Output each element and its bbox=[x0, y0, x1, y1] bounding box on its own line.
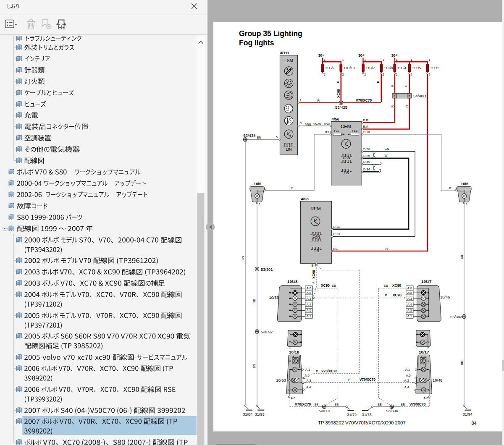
svg-text:W: W bbox=[384, 154, 388, 157]
svg-text:P: P bbox=[316, 369, 318, 373]
svg-text:SB: SB bbox=[332, 284, 336, 288]
svg-text:Fog lights: Fog lights bbox=[239, 39, 274, 47]
svg-text:10/6: 10/6 bbox=[461, 182, 468, 186]
svg-text:53/303: 53/303 bbox=[450, 315, 462, 319]
svg-text:R: R bbox=[317, 99, 320, 102]
svg-text:11C/9: 11C/9 bbox=[325, 66, 334, 70]
svg-text:31/73: 31/73 bbox=[362, 413, 371, 417]
svg-text:1: 1 bbox=[342, 58, 344, 62]
svg-text:V70/XC70: V70/XC70 bbox=[321, 369, 338, 373]
svg-text:2: 2 bbox=[258, 202, 260, 206]
svg-text:4/56: 4/56 bbox=[331, 117, 339, 121]
svg-text:2: 2 bbox=[410, 73, 412, 76]
svg-text:10/46: 10/46 bbox=[433, 378, 442, 382]
svg-text:SB: SB bbox=[383, 284, 388, 288]
svg-text:10/18: 10/18 bbox=[289, 350, 299, 354]
svg-text:A:6: A:6 bbox=[291, 396, 295, 400]
svg-text:31/94: 31/94 bbox=[462, 412, 472, 416]
svg-text:31/72: 31/72 bbox=[347, 413, 357, 417]
svg-text:2: 2 bbox=[396, 73, 397, 76]
svg-text:A:5: A:5 bbox=[306, 309, 311, 312]
svg-text:BN: BN bbox=[460, 361, 464, 365]
svg-text:LIN: LIN bbox=[313, 249, 319, 253]
svg-text:SB: SB bbox=[401, 403, 405, 406]
svg-text:2: 2 bbox=[465, 202, 467, 206]
svg-text:BN: BN bbox=[241, 256, 245, 260]
svg-text:K:1: K:1 bbox=[333, 247, 338, 251]
svg-text:A:5: A:5 bbox=[406, 374, 410, 377]
svg-text:11C/7: 11C/7 bbox=[365, 66, 375, 70]
svg-text:R: R bbox=[390, 84, 394, 86]
svg-text:53/301: 53/301 bbox=[261, 267, 273, 272]
svg-text:5: 5 bbox=[276, 135, 278, 139]
svg-text:53/425: 53/425 bbox=[335, 105, 347, 110]
svg-text:11E/5: 11E/5 bbox=[412, 66, 421, 70]
svg-text:E:A: E:A bbox=[363, 125, 368, 128]
svg-text:A:6: A:6 bbox=[423, 396, 428, 400]
svg-text:A:4: A:4 bbox=[306, 303, 311, 306]
svg-text:B:18: B:18 bbox=[363, 130, 370, 134]
svg-text:XC90: XC90 bbox=[336, 89, 341, 98]
svg-text:A:3: A:3 bbox=[407, 297, 412, 301]
svg-text:F17: F17 bbox=[334, 129, 339, 133]
svg-text:1: 1 bbox=[263, 186, 265, 190]
svg-text:11C/9: 11C/9 bbox=[384, 66, 393, 70]
svg-text:TP 3998202 V70/V70R/XC70/XC90: TP 3998202 V70/V70R/XC70/XC90 2007 bbox=[318, 420, 406, 425]
svg-text:2: 2 bbox=[323, 73, 325, 76]
svg-text:V70/XC70: V70/XC70 bbox=[360, 377, 376, 382]
svg-text:1: 1 bbox=[323, 58, 325, 62]
svg-text:54/40D: 54/40D bbox=[413, 94, 426, 98]
svg-text:1: 1 bbox=[382, 58, 384, 62]
svg-text:CEM: CEM bbox=[341, 124, 351, 129]
svg-text:84: 84 bbox=[471, 421, 476, 426]
svg-text:2: 2 bbox=[364, 73, 366, 76]
svg-text:10/46: 10/46 bbox=[440, 295, 450, 299]
svg-text:SB: SB bbox=[460, 255, 464, 259]
svg-text:11E/1: 11E/1 bbox=[430, 66, 439, 70]
svg-text:53/604: 53/604 bbox=[386, 409, 398, 413]
svg-text:R: R bbox=[404, 84, 407, 86]
svg-text:2: 2 bbox=[408, 94, 410, 98]
svg-text:D:49: D:49 bbox=[363, 160, 370, 164]
svg-text:A:1: A:1 bbox=[306, 314, 311, 318]
svg-text:1: 1 bbox=[299, 98, 301, 102]
svg-text:P: P bbox=[348, 378, 350, 382]
svg-text:R: R bbox=[336, 81, 340, 83]
svg-text:GN: GN bbox=[384, 147, 389, 151]
svg-text:A:3: A:3 bbox=[404, 379, 409, 382]
svg-text:A:4: A:4 bbox=[404, 385, 409, 389]
svg-text:LSM: LSM bbox=[284, 58, 293, 63]
svg-text:B:4: B:4 bbox=[311, 264, 316, 267]
svg-text:3/111: 3/111 bbox=[280, 51, 289, 55]
svg-text:A:2: A:2 bbox=[306, 291, 311, 295]
svg-text:10/53: 10/53 bbox=[276, 378, 286, 382]
svg-text:BN: BN bbox=[257, 136, 261, 139]
svg-text:10/5: 10/5 bbox=[254, 182, 261, 186]
svg-text:30+: 30+ bbox=[318, 53, 324, 58]
svg-text:2: 2 bbox=[428, 359, 429, 362]
svg-text:10/17: 10/17 bbox=[421, 279, 432, 284]
svg-text:P: P bbox=[311, 281, 315, 283]
svg-text:2: 2 bbox=[428, 73, 430, 76]
svg-text:2: 2 bbox=[382, 73, 384, 76]
svg-text:SB: SB bbox=[378, 403, 382, 406]
svg-text:1: 1 bbox=[428, 58, 430, 62]
svg-text:31/84: 31/84 bbox=[243, 412, 252, 416]
svg-text:XC90: XC90 bbox=[393, 293, 402, 297]
svg-text:30+: 30+ bbox=[358, 53, 365, 58]
svg-text:D:35: D:35 bbox=[363, 154, 370, 158]
svg-text:C:14: C:14 bbox=[333, 225, 340, 229]
svg-text:REM: REM bbox=[310, 206, 320, 211]
svg-text:XC90: XC90 bbox=[312, 270, 316, 279]
svg-text:2: 2 bbox=[289, 359, 291, 362]
svg-text:A:3: A:3 bbox=[306, 379, 311, 382]
svg-text:R: R bbox=[376, 81, 380, 83]
svg-text:P: P bbox=[385, 293, 387, 297]
svg-text:A:6: A:6 bbox=[407, 286, 412, 290]
svg-text:F18: F18 bbox=[352, 129, 357, 133]
svg-text:A:1: A:1 bbox=[405, 368, 410, 372]
svg-text:R: R bbox=[390, 105, 394, 107]
svg-text:31/93: 31/93 bbox=[255, 412, 264, 416]
svg-text:D:41: D:41 bbox=[324, 122, 331, 126]
svg-text:SB: SB bbox=[314, 403, 318, 406]
